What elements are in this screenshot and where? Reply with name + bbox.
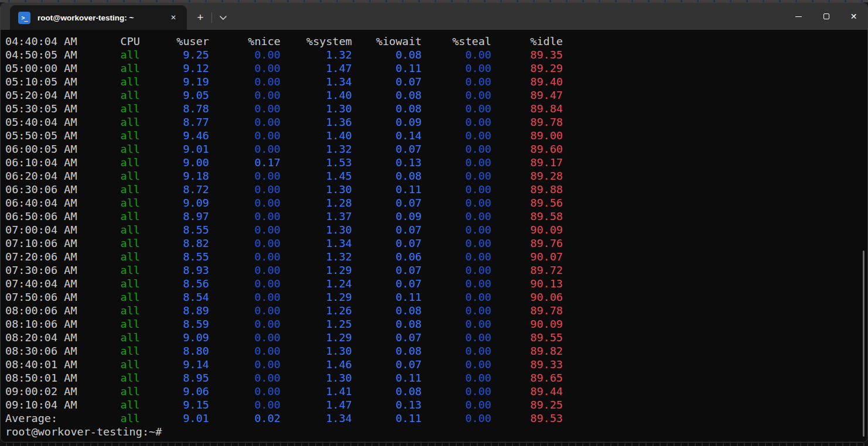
new-tab-button[interactable]: + xyxy=(190,8,210,28)
cell-value: 8.78 xyxy=(140,102,209,115)
table-row: 06:10:04 AMall9.000.171.530.130.0089.17 xyxy=(5,156,867,169)
cell-value: %nice xyxy=(209,35,281,48)
table-row: 04:50:05 AMall9.250.001.320.080.0089.35 xyxy=(5,48,867,61)
cell-time: 08:30:06 AM xyxy=(5,344,93,358)
cell-cpu: CPU xyxy=(93,35,140,48)
table-row: 07:30:06 AMall8.930.001.290.070.0089.72 xyxy=(5,263,867,277)
cell-value: 0.08 xyxy=(352,317,422,331)
cell-value: 1.30 xyxy=(281,344,352,358)
titlebar[interactable]: >_ root@workover-testing: ~ ✕ + ✕ xyxy=(1,3,867,30)
cell-value: 8.95 xyxy=(140,371,209,385)
cell-cpu: all xyxy=(93,331,140,344)
scrollbar-thumb[interactable] xyxy=(863,251,864,437)
cell-value: 0.00 xyxy=(209,142,281,156)
cell-value: 90.13 xyxy=(491,277,563,290)
cell-cpu: all xyxy=(93,210,140,223)
cell-value: 89.25 xyxy=(491,398,563,411)
cell-time: 08:10:06 AM xyxy=(5,317,93,331)
cell-value: 89.28 xyxy=(491,169,563,183)
cell-value: 0.11 xyxy=(352,290,422,304)
cell-cpu: all xyxy=(93,371,140,385)
cell-cpu: all xyxy=(93,250,140,263)
cell-value: 9.12 xyxy=(140,61,209,75)
cell-time: 08:40:01 AM xyxy=(5,358,93,371)
cell-value: 0.07 xyxy=(352,75,422,88)
cell-value: 89.72 xyxy=(491,263,563,277)
cell-value: 1.47 xyxy=(281,61,352,75)
terminal-content[interactable]: 04:40:04 AMCPU%user%nice%system%iowait%s… xyxy=(1,30,867,442)
cell-value: 1.25 xyxy=(281,317,352,331)
maximize-button[interactable] xyxy=(812,3,840,30)
cell-value: 0.00 xyxy=(422,331,491,344)
cell-value: 9.06 xyxy=(140,385,209,398)
cell-value: 0.00 xyxy=(422,75,491,88)
cell-value: %iowait xyxy=(352,35,422,48)
cell-value: 1.45 xyxy=(281,169,352,183)
cell-time: 05:40:04 AM xyxy=(5,115,93,129)
cell-value: 0.11 xyxy=(352,61,422,75)
tab-close-icon[interactable]: ✕ xyxy=(166,10,181,25)
background-window-bottom-edge xyxy=(0,443,868,446)
cell-value: 1.36 xyxy=(281,115,352,129)
cell-value: 0.07 xyxy=(352,263,422,277)
cell-value: 0.07 xyxy=(352,236,422,250)
cell-time: 05:10:05 AM xyxy=(5,75,93,88)
table-average-row: Average:all9.010.021.340.110.0089.53 xyxy=(5,411,867,425)
cell-value: 90.07 xyxy=(491,250,563,263)
cell-value: 0.07 xyxy=(352,142,422,156)
cell-value: 0.00 xyxy=(422,223,491,236)
minimize-button[interactable] xyxy=(785,3,812,30)
cell-value: 0.09 xyxy=(352,210,422,223)
cell-value: 0.00 xyxy=(422,304,491,317)
cell-value: 89.82 xyxy=(491,344,563,358)
cell-value: 1.41 xyxy=(281,385,352,398)
table-row: 08:00:06 AMall8.890.001.260.080.0089.78 xyxy=(5,304,867,317)
cell-cpu: all xyxy=(93,385,140,398)
cell-value: 89.84 xyxy=(491,102,563,115)
cell-value: 0.08 xyxy=(352,169,422,183)
chevron-down-icon[interactable] xyxy=(213,8,233,28)
cell-value: 0.00 xyxy=(209,61,281,75)
table-row: 08:30:06 AMall8.800.001.300.080.0089.82 xyxy=(5,344,867,358)
cell-value: 9.00 xyxy=(140,156,209,169)
cell-time: 09:00:02 AM xyxy=(5,385,93,398)
cell-value: 1.29 xyxy=(281,263,352,277)
cell-value: 0.00 xyxy=(422,115,491,129)
cell-value: 1.29 xyxy=(281,290,352,304)
cell-value: 0.11 xyxy=(352,411,422,425)
cell-value: 0.07 xyxy=(352,277,422,290)
cell-value: 0.13 xyxy=(352,398,422,411)
cell-value: 8.77 xyxy=(140,115,209,129)
tab-title: root@workover-testing: ~ xyxy=(37,13,166,22)
terminal-tab[interactable]: >_ root@workover-testing: ~ ✕ xyxy=(10,5,187,30)
table-header-row: 04:40:04 AMCPU%user%nice%system%iowait%s… xyxy=(5,35,867,48)
cell-value: 0.00 xyxy=(422,210,491,223)
cell-cpu: all xyxy=(93,290,140,304)
cell-cpu: all xyxy=(93,304,140,317)
cell-value: 9.18 xyxy=(140,169,209,183)
cell-value: 0.08 xyxy=(352,304,422,317)
cell-value: 89.29 xyxy=(491,61,563,75)
close-button[interactable]: ✕ xyxy=(840,3,867,30)
cell-value: 0.00 xyxy=(209,331,281,344)
cell-time: 05:50:05 AM xyxy=(5,129,93,142)
table-row: 07:10:06 AMall8.820.001.340.070.0089.76 xyxy=(5,236,867,250)
cell-value: 0.00 xyxy=(209,263,281,277)
cell-cpu: all xyxy=(93,142,140,156)
table-row: 07:20:06 AMall8.550.001.320.060.0090.07 xyxy=(5,250,867,263)
cell-value: 1.30 xyxy=(281,183,352,196)
cell-value: 0.00 xyxy=(422,263,491,277)
cell-value: 0.13 xyxy=(352,156,422,169)
cell-value: 0.02 xyxy=(209,411,281,425)
cell-time: 04:40:04 AM xyxy=(5,35,93,48)
cell-value: 1.30 xyxy=(281,102,352,115)
minimize-icon xyxy=(795,16,802,17)
cell-time: 07:00:04 AM xyxy=(5,223,93,236)
cell-value: 0.00 xyxy=(209,88,281,102)
cell-value: 90.09 xyxy=(491,317,563,331)
cell-value: 0.00 xyxy=(209,183,281,196)
cell-value: 9.09 xyxy=(140,331,209,344)
cell-value: 0.00 xyxy=(209,129,281,142)
cell-value: 8.82 xyxy=(140,236,209,250)
cell-cpu: all xyxy=(93,236,140,250)
